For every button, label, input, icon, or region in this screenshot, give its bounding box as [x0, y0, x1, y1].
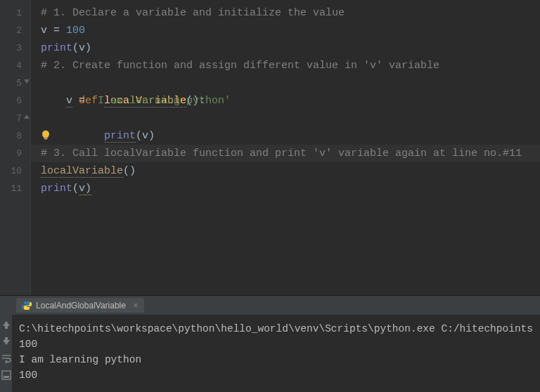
- svg-rect-3: [4, 376, 9, 378]
- terminal-line: I am learning python: [19, 352, 533, 367]
- line-number: 7: [0, 110, 22, 127]
- line-number: 3: [0, 39, 22, 57]
- arrow-up-icon[interactable]: [1, 320, 11, 329]
- line-number: 8: [0, 127, 22, 145]
- line-number: 1: [0, 4, 22, 22]
- variable: v: [66, 95, 72, 107]
- code-line-8[interactable]: [31, 127, 540, 145]
- code-line-9[interactable]: # 3. Call localVariable function and pri…: [31, 145, 540, 162]
- comment: # 3. Call localVariable function and pri…: [41, 148, 522, 159]
- line-number: 2: [0, 22, 22, 39]
- comment: # 2. Create function and assign differen…: [41, 60, 439, 72]
- editor-area: 1 2 3 4 5 6 7 8 9 10 11 # 1. Declare a v…: [0, 0, 540, 295]
- builtin-fn: print: [41, 183, 72, 195]
- close-icon[interactable]: ×: [133, 300, 139, 311]
- code-line-3[interactable]: print(v): [31, 39, 540, 57]
- code-line-1[interactable]: # 1. Declare a variable and initialize t…: [31, 4, 540, 22]
- lightbulb-icon[interactable]: [41, 130, 51, 141]
- number-literal: 100: [66, 25, 85, 37]
- paren: ): [85, 183, 91, 195]
- line-number: 4: [0, 57, 22, 74]
- svg-point-0: [42, 131, 49, 138]
- soft-wrap-icon[interactable]: [1, 353, 11, 363]
- builtin-fn: print: [41, 42, 72, 54]
- variable: v: [41, 25, 47, 37]
- terminal-line: 100: [19, 337, 533, 352]
- code-line-11[interactable]: print(v): [31, 180, 540, 197]
- code-line-6[interactable]: v = 'I am learning python': [31, 92, 540, 110]
- terminal-tab[interactable]: LocalAndGlobalVariable ×: [16, 298, 143, 313]
- line-number: 5: [0, 74, 22, 92]
- terminal-body: LocalAndGlobalVariable × C:\hitechpoints…: [12, 296, 540, 392]
- line-number: 9: [0, 145, 22, 162]
- paren: (: [72, 183, 79, 195]
- string-literal: 'I am learning python': [91, 95, 231, 107]
- indent: [41, 95, 66, 107]
- argument: v: [79, 42, 85, 54]
- terminal-tab-label: LocalAndGlobalVariable: [36, 301, 126, 311]
- fold-open-icon[interactable]: [24, 79, 30, 86]
- paren: (: [72, 42, 79, 54]
- function-call: localVariable: [41, 165, 123, 178]
- operator: =: [47, 25, 66, 37]
- code-editor[interactable]: # 1. Declare a variable and initialize t…: [31, 0, 540, 295]
- terminal-line: 100: [19, 367, 533, 383]
- line-number: 6: [0, 92, 22, 110]
- fold-close-icon[interactable]: [24, 115, 30, 122]
- code-line-5[interactable]: def localVariable():: [31, 74, 540, 92]
- line-number: 11: [0, 180, 22, 197]
- argument: v: [79, 183, 85, 195]
- line-number: 10: [0, 162, 22, 180]
- python-icon: [22, 301, 32, 311]
- arrow-down-icon[interactable]: [1, 337, 11, 346]
- code-line-4[interactable]: # 2. Create function and assign differen…: [31, 57, 540, 74]
- comment: # 1. Declare a variable and initialize t…: [41, 7, 345, 19]
- code-line-7[interactable]: print(v): [31, 110, 540, 127]
- terminal-tab-bar: LocalAndGlobalVariable ×: [12, 296, 540, 315]
- operator: =: [72, 95, 91, 107]
- terminal-panel: LocalAndGlobalVariable × C:\hitechpoints…: [0, 295, 540, 392]
- code-line-2[interactable]: v = 100: [31, 22, 540, 39]
- svg-rect-1: [44, 138, 48, 140]
- terminal-toolbar: [0, 296, 12, 392]
- terminal-line: C:\hitechpoints\workspace\python\hello_w…: [19, 321, 533, 337]
- line-number-gutter: 1 2 3 4 5 6 7 8 9 10 11: [0, 0, 31, 295]
- code-line-10[interactable]: localVariable(): [31, 162, 540, 180]
- scroll-to-end-icon[interactable]: [1, 370, 11, 380]
- parens: (): [123, 165, 136, 177]
- terminal-output[interactable]: C:\hitechpoints\workspace\python\hello_w…: [12, 315, 540, 388]
- svg-rect-2: [2, 371, 11, 379]
- paren: ): [85, 42, 91, 54]
